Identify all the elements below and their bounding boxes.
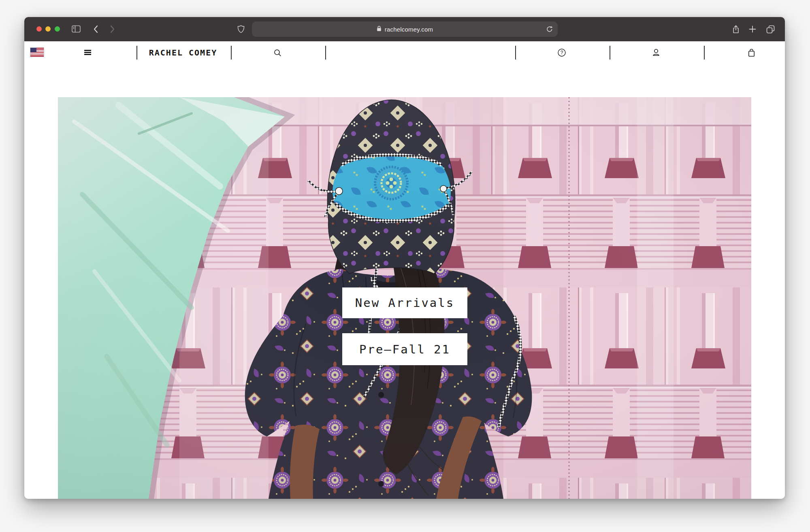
bag-icon[interactable] bbox=[746, 47, 757, 58]
share-icon[interactable] bbox=[732, 25, 740, 35]
browser-toolbar: rachelcomey.com bbox=[24, 17, 785, 41]
header-divider bbox=[515, 46, 516, 60]
header-divider bbox=[231, 46, 232, 60]
site-logo[interactable]: RACHEL COMEY bbox=[143, 48, 224, 57]
account-icon[interactable] bbox=[650, 47, 662, 58]
header-divider bbox=[704, 46, 705, 60]
maximize-window-button[interactable] bbox=[55, 26, 60, 32]
new-tab-icon[interactable] bbox=[749, 25, 756, 35]
svg-text:?: ? bbox=[561, 50, 563, 55]
browser-window: rachelcomey.com bbox=[24, 17, 785, 499]
pre-fall-21-button[interactable]: Pre–Fall 21 bbox=[342, 333, 467, 365]
url-text: rachelcomey.com bbox=[385, 26, 433, 33]
privacy-shield-icon[interactable] bbox=[237, 25, 245, 35]
header-divider bbox=[610, 46, 610, 60]
close-window-button[interactable] bbox=[36, 26, 42, 32]
minimize-window-button[interactable] bbox=[45, 26, 51, 32]
page-content: RACHEL COMEY ? bbox=[24, 41, 785, 499]
tabs-overview-icon[interactable] bbox=[766, 25, 775, 35]
refresh-icon[interactable] bbox=[546, 26, 553, 34]
sidebar-icon[interactable] bbox=[72, 25, 81, 34]
hero-image: New Arrivals Pre–Fall 21 bbox=[58, 97, 751, 499]
forward-icon[interactable] bbox=[110, 25, 115, 35]
us-flag-icon[interactable] bbox=[30, 48, 44, 57]
search-icon[interactable] bbox=[272, 47, 283, 58]
address-bar[interactable]: rachelcomey.com bbox=[252, 21, 558, 37]
hamburger-icon[interactable] bbox=[84, 50, 91, 56]
header-divider bbox=[325, 46, 326, 60]
back-icon[interactable] bbox=[93, 25, 98, 35]
lock-icon bbox=[377, 26, 382, 33]
new-arrivals-button[interactable]: New Arrivals bbox=[342, 287, 467, 318]
header-divider bbox=[136, 46, 137, 60]
help-icon[interactable]: ? bbox=[556, 47, 567, 58]
